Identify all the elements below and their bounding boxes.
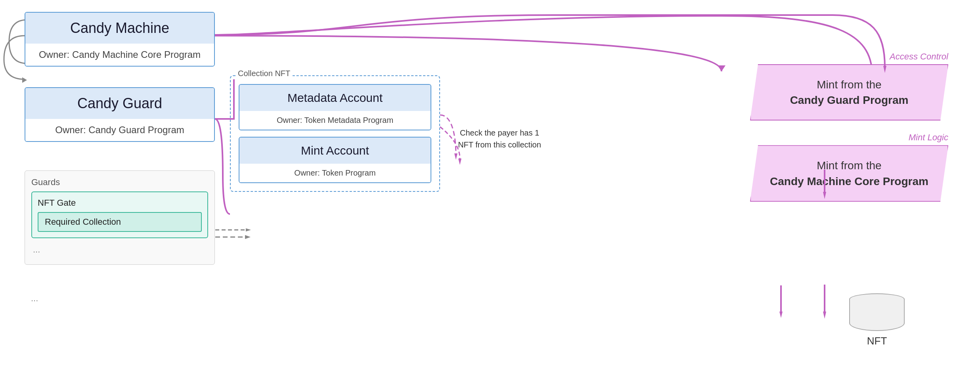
candy-guard-title: Candy Guard (25, 88, 214, 119)
nft-cylinder (849, 293, 905, 331)
mint-account-title: Mint Account (239, 138, 431, 164)
candy-machine-box: Candy Machine Owner: Candy Machine Core … (25, 12, 215, 67)
mint-account-box: Mint Account Owner: Token Program (239, 137, 431, 183)
candy-machine-core-box: Mint from the Candy Machine Core Program (750, 145, 948, 201)
metadata-account-box: Metadata Account Owner: Token Metadata P… (239, 84, 431, 130)
svg-marker-13 (245, 235, 251, 239)
nft-label: NFT (849, 335, 905, 347)
metadata-account-subtitle: Owner: Token Metadata Program (239, 111, 431, 130)
svg-marker-14 (454, 153, 457, 160)
collection-nft-area: Collection NFT Metadata Account Owner: T… (230, 75, 440, 192)
candy-guard-program-text: Mint from the Candy Guard Program (767, 77, 932, 108)
required-collection-text: Required Collection (45, 217, 121, 227)
cylinder-body (849, 299, 905, 331)
candy-machine-core-text: Mint from the Candy Machine Core Program (767, 158, 932, 189)
svg-marker-18 (823, 312, 826, 319)
required-collection-box: Required Collection (38, 212, 202, 232)
candy-machine-title: Candy Machine (25, 13, 214, 44)
svg-marker-8 (779, 312, 783, 318)
guards-label: Guards (31, 177, 208, 187)
diagram-container: Candy Machine Owner: Candy Machine Core … (0, 0, 980, 371)
svg-marker-4 (458, 159, 461, 165)
svg-marker-1 (718, 65, 725, 71)
more-ellipsis: ... (31, 293, 38, 304)
right-side-panel: Access Control Mint from the Candy Guard… (750, 52, 948, 204)
nft-gate-box: NFT Gate Required Collection (31, 191, 208, 238)
candy-guard-box: Candy Guard Owner: Candy Guard Program (25, 87, 215, 142)
nft-gate-label: NFT Gate (38, 198, 202, 208)
metadata-account-title: Metadata Account (239, 85, 431, 111)
access-control-label: Access Control (750, 52, 948, 62)
guards-section: Guards NFT Gate Required Collection ... (25, 170, 215, 265)
mint-account-subtitle: Owner: Token Program (239, 164, 431, 182)
candy-guard-subtitle: Owner: Candy Guard Program (25, 119, 214, 141)
guards-ellipsis: ... (31, 241, 208, 258)
candy-guard-program-box: Mint from the Candy Guard Program (750, 64, 948, 120)
candy-machine-subtitle: Owner: Candy Machine Core Program (25, 44, 214, 66)
svg-marker-3 (246, 228, 251, 231)
check-text: Check the payer has 1 NFT from this coll… (456, 127, 543, 151)
mint-logic-label: Mint Logic (750, 132, 948, 143)
collection-nft-label: Collection NFT (235, 69, 293, 78)
svg-marker-0 (22, 77, 27, 83)
nft-cylinder-container: NFT (849, 293, 905, 347)
